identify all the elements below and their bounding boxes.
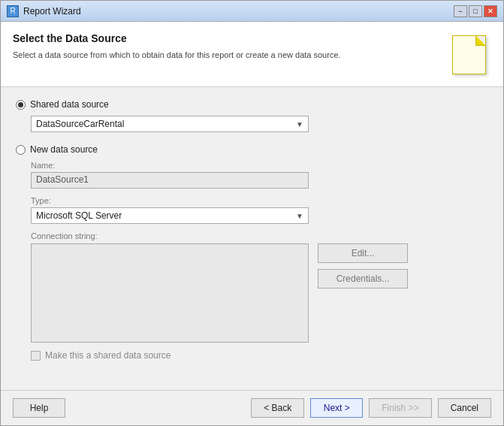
name-value: DataSource1 xyxy=(36,174,89,185)
new-source-group: New data source Name: DataSource1 Type: … xyxy=(16,144,488,361)
header-text: Select the Data Source Select a data sou… xyxy=(13,32,446,62)
title-buttons: − □ ✕ xyxy=(454,5,497,17)
window-title: Report Wizard xyxy=(23,6,81,17)
new-source-radio-label[interactable]: New data source xyxy=(16,144,488,155)
new-source-radio[interactable] xyxy=(16,145,26,155)
type-select[interactable]: Microsoft SQL Server ▼ xyxy=(31,207,309,224)
help-button[interactable]: Help xyxy=(13,398,65,418)
header-description: Select a data source from which to obtai… xyxy=(13,49,446,62)
page-title: Select the Data Source xyxy=(13,32,446,44)
shared-source-select[interactable]: DataSourceCarRental ▼ xyxy=(31,116,309,132)
connection-textarea[interactable] xyxy=(31,243,309,343)
name-label: Name: xyxy=(31,161,488,170)
header-section: Select the Data Source Select a data sou… xyxy=(1,22,503,87)
type-value: Microsoft SQL Server xyxy=(36,210,122,221)
next-button[interactable]: Next > xyxy=(310,398,363,418)
minimize-button[interactable]: − xyxy=(454,5,467,17)
header-icon-area xyxy=(446,32,491,77)
back-button[interactable]: < Back xyxy=(251,398,304,418)
cancel-button[interactable]: Cancel xyxy=(438,398,491,418)
report-wizard-window: R Report Wizard − □ ✕ Select the Data So… xyxy=(0,0,504,426)
shared-source-radio-label[interactable]: Shared data source xyxy=(16,99,488,110)
shared-source-dropdown-row: DataSourceCarRental ▼ xyxy=(16,116,488,132)
connection-buttons: Edit... Credentials... xyxy=(318,243,408,343)
content-area: Select the Data Source Select a data sou… xyxy=(1,22,503,425)
connection-label: Connection string: xyxy=(31,231,488,240)
document-icon xyxy=(452,35,486,74)
wizard-icon: R xyxy=(7,5,19,17)
finish-button[interactable]: Finish >> xyxy=(369,398,431,418)
make-shared-checkbox[interactable] xyxy=(31,351,41,361)
shared-source-radio[interactable] xyxy=(16,100,26,110)
make-shared-label: Make this a shared data source xyxy=(45,350,171,361)
title-bar-left: R Report Wizard xyxy=(7,5,81,17)
shared-source-value: DataSourceCarRental xyxy=(36,119,124,129)
title-bar: R Report Wizard − □ ✕ xyxy=(1,1,503,22)
connection-area: Edit... Credentials... xyxy=(31,243,488,343)
type-label: Type: xyxy=(31,196,488,205)
footer: Help < Back Next > Finish >> Cancel xyxy=(1,390,503,425)
shared-source-arrow: ▼ xyxy=(296,120,303,128)
shared-source-label: Shared data source xyxy=(30,99,109,110)
maximize-button[interactable]: □ xyxy=(469,5,482,17)
new-source-label: New data source xyxy=(30,144,98,155)
credentials-button[interactable]: Credentials... xyxy=(318,269,408,289)
main-body: Shared data source DataSourceCarRental ▼… xyxy=(1,87,503,390)
shared-source-group: Shared data source DataSourceCarRental ▼ xyxy=(16,99,488,132)
new-source-form: Name: DataSource1 Type: Microsoft SQL Se… xyxy=(16,161,488,361)
close-button[interactable]: ✕ xyxy=(484,5,497,17)
edit-button[interactable]: Edit... xyxy=(318,243,408,263)
make-shared-row: Make this a shared data source xyxy=(31,350,488,361)
name-input[interactable]: DataSource1 xyxy=(31,172,309,189)
type-arrow: ▼ xyxy=(296,212,303,220)
